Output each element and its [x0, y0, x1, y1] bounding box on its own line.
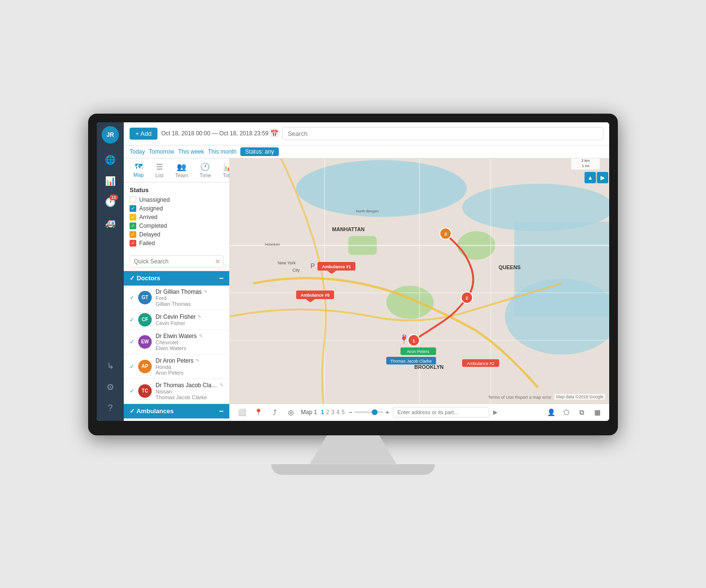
status-failed[interactable]: ✓ Failed	[130, 240, 223, 247]
doctor-item-thomas[interactable]: ✓ TC Dr Thomas Jacob Clarke ✎ Nissan	[124, 379, 229, 404]
tab-total[interactable]: 📊 Total	[217, 160, 230, 180]
status-assigned-checkbox[interactable]: ✓	[130, 205, 136, 212]
status-completed[interactable]: ✓ Completed	[130, 222, 223, 229]
filter-this-month[interactable]: This month	[208, 148, 236, 155]
map-page-2[interactable]: 2	[326, 409, 329, 416]
tab-time-label: Time	[199, 172, 211, 178]
add-button[interactable]: + Add	[130, 128, 157, 140]
doctor-cevin-edit-icon[interactable]: ✎	[197, 314, 201, 319]
doctor-elwin-edit-icon[interactable]: ✎	[199, 333, 203, 339]
status-filter-badge[interactable]: Status: any	[240, 147, 279, 156]
ambulance-item-garrison[interactable]: ✓ GP Garrison Peter ✎ Toyota Ambulanc	[124, 418, 229, 421]
map-tool-share[interactable]: ⤴	[268, 406, 281, 418]
app-container: JR 🌐 📊 🕐 16 🚑 ↳ ⚙ ?	[97, 122, 609, 421]
quick-search-input[interactable]	[130, 255, 223, 268]
doctor-thomas-info: Dr Thomas Jacob Clarke ✎ Nissan Thomas J…	[156, 382, 223, 400]
status-section-title: Status	[130, 186, 223, 194]
map-page-3[interactable]: 3	[331, 409, 335, 416]
doctor-gillian-name: Dr Gillian Thomas	[156, 288, 202, 295]
map-container[interactable]: Ambulance #1 Ambulance #5 1	[230, 158, 609, 404]
sidebar-item-clock[interactable]: 🕐 16	[102, 194, 119, 211]
sidebar-item-help[interactable]: ?	[102, 400, 119, 417]
status-delayed-label: Delayed	[139, 231, 160, 238]
svg-text:Thomas Jacob Clarke: Thomas Jacob Clarke	[390, 358, 431, 363]
total-tab-icon: 📊	[223, 162, 230, 171]
tab-time[interactable]: 🕐 Time	[194, 160, 217, 180]
svg-text:2 km: 2 km	[581, 158, 590, 163]
svg-text:Ambulance #1: Ambulance #1	[322, 264, 351, 269]
doctor-cevin-avatar: CF	[138, 313, 152, 327]
sidebar-item-globe[interactable]: 🌐	[102, 151, 119, 169]
quick-filter-bar: Today Tomorrow This week This month Stat…	[124, 145, 609, 158]
map-page-1[interactable]: 1	[321, 409, 324, 416]
svg-text:Ambulance #2: Ambulance #2	[467, 361, 495, 366]
date-range: Oct 18, 2018 00:00 — Oct 18, 2018 23:59 …	[161, 130, 279, 137]
monitor-stand-neck	[310, 435, 396, 464]
map-tool-grid[interactable]: ▦	[591, 406, 603, 418]
address-arrow-icon[interactable]: ▶	[493, 409, 497, 416]
doctors-group-collapse[interactable]: −	[219, 274, 223, 283]
map-tool-layers[interactable]: ⧉	[575, 406, 588, 418]
doctor-gillian-edit-icon[interactable]: ✎	[204, 289, 208, 294]
user-avatar[interactable]: JR	[102, 126, 119, 144]
quick-search-wrap: ✕	[124, 252, 229, 271]
top-bar-area: + Add Oct 18, 2018 00:00 — Oct 18, 2018 …	[124, 122, 609, 158]
status-assigned[interactable]: ✓ Assigned	[130, 205, 223, 212]
time-tab-icon: 🕐	[200, 162, 210, 171]
status-delayed-checkbox[interactable]: ✓	[130, 231, 136, 238]
sidebar-item-chart[interactable]: 📊	[102, 172, 119, 190]
doctor-item-aron[interactable]: ✓ AP Dr Aron Peters ✎ Honda Aron Pete	[124, 354, 229, 379]
search-input[interactable]	[282, 127, 603, 140]
calendar-icon[interactable]: 📅	[270, 130, 278, 137]
zoom-in-icon[interactable]: +	[385, 408, 389, 416]
doctor-thomas-edit-icon[interactable]: ✎	[220, 382, 223, 388]
doctor-thomas-name: Dr Thomas Jacob Clarke	[156, 382, 218, 389]
doctors-group-header[interactable]: ✓ Doctors −	[124, 271, 229, 286]
map-bottom-bar: ⬜ 📍 ⤴ ◎ Map 1 1 2 3 4 5	[230, 404, 609, 421]
map-tool-pentagon[interactable]: ⬠	[560, 406, 573, 418]
map-tool-people[interactable]: 👤	[545, 406, 557, 418]
ambulances-group-header[interactable]: ✓ Ambulances −	[124, 404, 229, 418]
status-unassigned-checkbox[interactable]	[130, 196, 136, 203]
status-unassigned[interactable]: Unassigned	[130, 196, 223, 203]
quick-search-clear-icon[interactable]: ✕	[215, 258, 221, 265]
map-page-5[interactable]: 5	[341, 409, 345, 416]
svg-text:1 mi: 1 mi	[582, 164, 589, 168]
team-tab-icon: 👥	[177, 162, 186, 171]
tab-map[interactable]: 🗺 Map	[128, 160, 149, 180]
doctor-item-gillian[interactable]: ✓ GT Dr Gillian Thomas ✎ Ford Gillian	[124, 286, 229, 310]
filter-tomorrow[interactable]: Tomorrow	[149, 148, 174, 155]
doctor-item-cevin[interactable]: ✓ CF Dr Cevin Fisher ✎ Cevin Fisher	[124, 310, 229, 330]
address-input[interactable]	[393, 407, 489, 418]
sidebar-item-settings[interactable]: ⚙	[102, 379, 119, 396]
status-arrived[interactable]: ✓ Arrived	[130, 214, 223, 221]
map-tool-select[interactable]: ⬜	[235, 406, 248, 418]
map-tool-pin[interactable]: 📍	[252, 406, 264, 418]
status-completed-checkbox[interactable]: ✓	[130, 222, 136, 229]
doctor-item-elwin[interactable]: ✓ EW Dr Elwin Waters ✎ Chevrolet Elwi	[124, 330, 229, 354]
ambulances-group-collapse[interactable]: −	[219, 407, 223, 416]
sidebar-item-vehicle[interactable]: 🚑	[102, 215, 119, 232]
monitor-screen: JR 🌐 📊 🕐 16 🚑 ↳ ⚙ ?	[97, 122, 609, 421]
doctor-aron-edit-icon[interactable]: ✎	[196, 358, 199, 363]
zoom-out-icon[interactable]: −	[349, 408, 353, 416]
tab-team[interactable]: 👥 Team	[170, 160, 194, 180]
filter-this-week[interactable]: This week	[178, 148, 204, 155]
status-failed-checkbox[interactable]: ✓	[130, 240, 136, 247]
svg-text:3: 3	[444, 231, 447, 236]
tab-team-label: Team	[175, 172, 188, 178]
map-page-4[interactable]: 4	[336, 409, 340, 416]
svg-point-7	[386, 286, 434, 319]
doctor-aron-vehicle: Honda	[156, 364, 199, 370]
view-tabs: 🗺 Map ☰ List 👥 Team	[124, 158, 229, 183]
status-arrived-checkbox[interactable]: ✓	[130, 214, 136, 221]
svg-text:P: P	[311, 262, 315, 269]
zoom-track[interactable]	[354, 411, 383, 413]
tab-list[interactable]: ☰ List	[149, 160, 169, 180]
sidebar-item-import[interactable]: ↳	[102, 357, 119, 375]
status-delayed[interactable]: ✓ Delayed	[130, 231, 223, 238]
filter-today[interactable]: Today	[130, 148, 145, 155]
monitor-stand-base	[271, 464, 435, 475]
map-tool-location[interactable]: ◎	[285, 406, 297, 418]
ambulances-group-check: ✓ Ambulances	[130, 407, 173, 415]
